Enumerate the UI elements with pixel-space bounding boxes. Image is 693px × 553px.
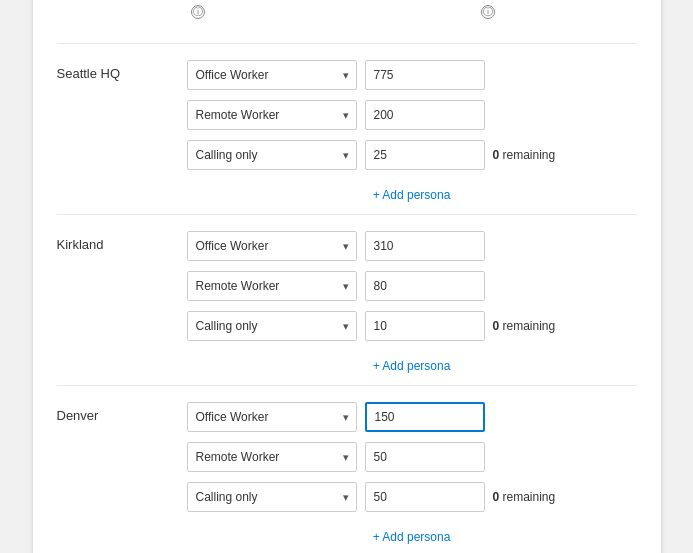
persona-row: Office WorkerRemote WorkerCalling only0 … bbox=[187, 140, 637, 170]
user-count-input[interactable] bbox=[365, 442, 485, 472]
personas-col: Office WorkerRemote WorkerCalling onlyOf… bbox=[187, 60, 637, 206]
persona-row: Office WorkerRemote WorkerCalling only bbox=[187, 442, 637, 472]
user-count-input[interactable] bbox=[365, 402, 485, 432]
sites-container: Seattle HQOffice WorkerRemote WorkerCall… bbox=[57, 43, 637, 553]
persona-select-wrapper: Office WorkerRemote WorkerCalling only bbox=[187, 402, 357, 432]
persona-row: Office WorkerRemote WorkerCalling only bbox=[187, 100, 637, 130]
site-row: Seattle HQOffice WorkerRemote WorkerCall… bbox=[57, 60, 637, 206]
persona-info-icon[interactable]: ⓘ bbox=[191, 5, 205, 19]
persona-select-wrapper: Office WorkerRemote WorkerCalling only bbox=[187, 482, 357, 512]
main-card: ⓘ ⓘ Seattle HQOffice WorkerRemote Worker… bbox=[32, 0, 662, 553]
persona-row: Office WorkerRemote WorkerCalling only bbox=[187, 271, 637, 301]
persona-select-wrapper: Office WorkerRemote WorkerCalling only bbox=[187, 140, 357, 170]
table-header: ⓘ ⓘ bbox=[57, 5, 637, 27]
persona-select[interactable]: Office WorkerRemote WorkerCalling only bbox=[187, 60, 357, 90]
site-name: Denver bbox=[57, 402, 187, 423]
user-count-input[interactable] bbox=[365, 100, 485, 130]
persona-row: Office WorkerRemote WorkerCalling only bbox=[187, 402, 637, 432]
persona-select[interactable]: Office WorkerRemote WorkerCalling only bbox=[187, 311, 357, 341]
persona-header: ⓘ bbox=[187, 5, 477, 19]
site-name: Seattle HQ bbox=[57, 60, 187, 81]
remaining-text: 0 remaining bbox=[493, 319, 556, 333]
user-count-input[interactable] bbox=[365, 311, 485, 341]
persona-row: Office WorkerRemote WorkerCalling only0 … bbox=[187, 311, 637, 341]
personas-col: Office WorkerRemote WorkerCalling onlyOf… bbox=[187, 231, 637, 377]
persona-select-wrapper: Office WorkerRemote WorkerCalling only bbox=[187, 271, 357, 301]
site-section-seattle-hq: Seattle HQOffice WorkerRemote WorkerCall… bbox=[57, 43, 637, 214]
persona-select-wrapper: Office WorkerRemote WorkerCalling only bbox=[187, 231, 357, 261]
add-persona-button[interactable]: + Add persona bbox=[187, 184, 637, 206]
user-count-input[interactable] bbox=[365, 60, 485, 90]
persona-select[interactable]: Office WorkerRemote WorkerCalling only bbox=[187, 140, 357, 170]
site-section-kirkland: KirklandOffice WorkerRemote WorkerCallin… bbox=[57, 214, 637, 385]
site-section-denver: DenverOffice WorkerRemote WorkerCalling … bbox=[57, 385, 637, 553]
persona-row: Office WorkerRemote WorkerCalling only bbox=[187, 60, 637, 90]
add-persona-button[interactable]: + Add persona bbox=[187, 526, 637, 548]
persona-select[interactable]: Office WorkerRemote WorkerCalling only bbox=[187, 402, 357, 432]
site-name: Kirkland bbox=[57, 231, 187, 252]
site-row: DenverOffice WorkerRemote WorkerCalling … bbox=[57, 402, 637, 548]
persona-row: Office WorkerRemote WorkerCalling only bbox=[187, 231, 637, 261]
add-persona-button[interactable]: + Add persona bbox=[187, 355, 637, 377]
persona-select-wrapper: Office WorkerRemote WorkerCalling only bbox=[187, 442, 357, 472]
user-count-input[interactable] bbox=[365, 231, 485, 261]
personas-col: Office WorkerRemote WorkerCalling onlyOf… bbox=[187, 402, 637, 548]
persona-row: Office WorkerRemote WorkerCalling only0 … bbox=[187, 482, 637, 512]
user-count-input[interactable] bbox=[365, 271, 485, 301]
persona-select[interactable]: Office WorkerRemote WorkerCalling only bbox=[187, 271, 357, 301]
persona-select[interactable]: Office WorkerRemote WorkerCalling only bbox=[187, 231, 357, 261]
persona-select-wrapper: Office WorkerRemote WorkerCalling only bbox=[187, 311, 357, 341]
persona-select[interactable]: Office WorkerRemote WorkerCalling only bbox=[187, 100, 357, 130]
site-row: KirklandOffice WorkerRemote WorkerCallin… bbox=[57, 231, 637, 377]
user-count-info-icon[interactable]: ⓘ bbox=[481, 5, 495, 19]
remaining-text: 0 remaining bbox=[493, 148, 556, 162]
persona-select[interactable]: Office WorkerRemote WorkerCalling only bbox=[187, 482, 357, 512]
remaining-text: 0 remaining bbox=[493, 490, 556, 504]
persona-select-wrapper: Office WorkerRemote WorkerCalling only bbox=[187, 100, 357, 130]
persona-select-wrapper: Office WorkerRemote WorkerCalling only bbox=[187, 60, 357, 90]
user-count-input[interactable] bbox=[365, 140, 485, 170]
persona-select[interactable]: Office WorkerRemote WorkerCalling only bbox=[187, 442, 357, 472]
user-count-header: ⓘ bbox=[477, 5, 637, 19]
user-count-input[interactable] bbox=[365, 482, 485, 512]
